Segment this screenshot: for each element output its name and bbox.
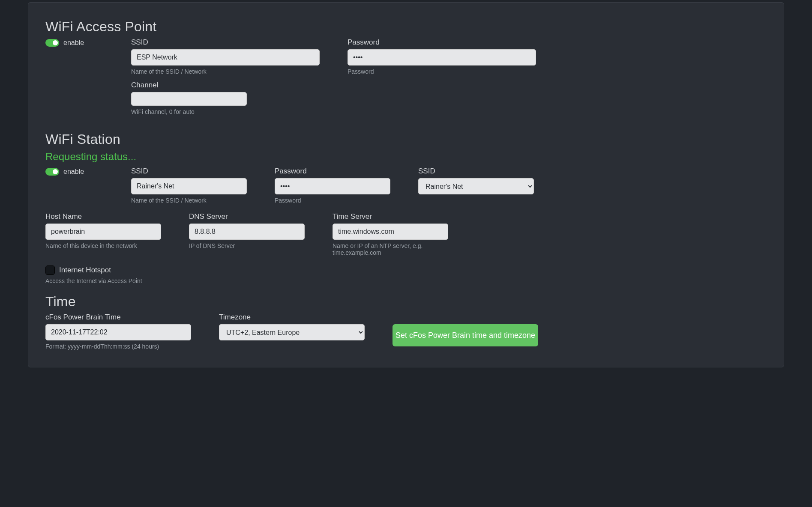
dns-input[interactable] [189,224,305,240]
settings-card: WiFi Access Point enable SSID Name of th… [28,2,784,367]
ap-password-input[interactable] [348,49,536,66]
ap-ssid-input[interactable] [131,49,320,66]
sta-ssid-label: SSID [131,167,247,176]
time-field-label: cFos Power Brain Time [45,313,191,322]
ap-channel-input[interactable] [131,92,247,106]
time-help: Format: yyyy-mm-ddThh:mm:ss (24 hours) [45,343,191,350]
timezone-label: Timezone [219,313,365,322]
internet-hotspot-checkbox[interactable] [45,265,55,275]
time-input[interactable] [45,324,191,340]
ap-ssid-label: SSID [131,38,320,47]
set-time-button[interactable]: Set cFos Power Brain time and timezone [393,324,538,346]
sta-ssid-help: Name of the SSID / Network [131,197,247,204]
sta-password-input[interactable] [275,178,390,194]
sta-ssid-select[interactable]: Rainer's Net [418,178,534,194]
hostname-input[interactable] [45,224,161,240]
dns-label: DNS Server [189,212,305,221]
sta-password-help: Password [275,197,390,204]
sta-ssid-input[interactable] [131,178,247,194]
wifi-sta-status: Requesting status... [45,151,767,163]
sta-ssid-select-label: SSID [418,167,534,176]
toggle-icon [45,168,59,176]
timeserver-help: Name or IP of an NTP server, e.g. time.e… [333,242,448,256]
ap-enable-label: enable [63,39,84,47]
ap-password-label: Password [348,38,536,47]
ap-channel-label: Channel [131,81,247,89]
ap-ssid-help: Name of the SSID / Network [131,68,320,75]
timeserver-label: Time Server [333,212,448,221]
toggle-icon [45,39,59,47]
wifi-sta-title: WiFi Station [45,131,767,147]
timeserver-input[interactable] [333,224,448,240]
wifi-ap-title: WiFi Access Point [45,19,767,35]
sta-password-label: Password [275,167,390,176]
ap-password-help: Password [348,68,536,75]
hostname-label: Host Name [45,212,161,221]
sta-enable-label: enable [63,168,84,176]
dns-help: IP of DNS Server [189,242,305,249]
time-title: Time [45,294,767,310]
ap-channel-help: WiFi channel, 0 for auto [131,108,247,115]
internet-hotspot-label: Internet Hotspot [59,266,111,274]
sta-enable-toggle[interactable]: enable [45,168,118,176]
ap-enable-toggle[interactable]: enable [45,39,118,47]
internet-hotspot-help: Access the Internet via Access Point [45,277,767,284]
timezone-select[interactable]: UTC+2, Eastern Europe [219,324,365,340]
hostname-help: Name of this device in the network [45,242,161,249]
